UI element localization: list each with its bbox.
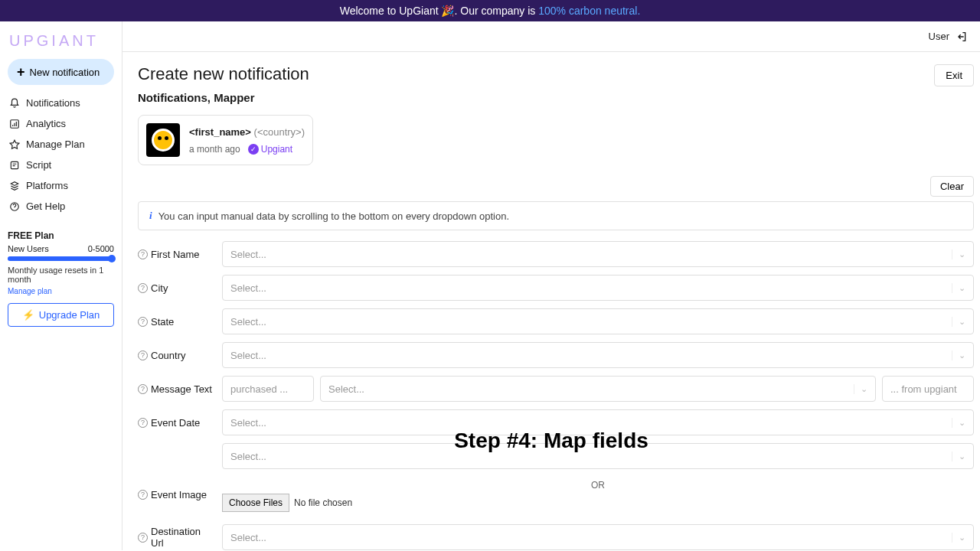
label-city: City: [151, 282, 168, 294]
main: User Create new notification Exit Notifi…: [122, 21, 980, 550]
event-image-select[interactable]: Select...⌄: [222, 443, 974, 469]
user-label[interactable]: User: [929, 31, 949, 42]
topbar: User: [122, 21, 980, 52]
avatar: [146, 123, 180, 157]
sidebar: UPGIANT + New notification Notifications…: [0, 21, 122, 550]
help-icon: ?: [138, 418, 148, 428]
page-title: Create new notification: [138, 64, 309, 84]
chevron-down-icon: ⌄: [952, 418, 965, 428]
help-icon: ?: [138, 490, 148, 500]
notification-preview: <first_name> (<country>) a month ago ✓ U…: [138, 115, 313, 165]
label-destination-url: Destination Url: [151, 526, 214, 549]
chevron-down-icon: ⌄: [854, 384, 867, 394]
top-banner: Welcome to UpGiant 🎉. Our company is 100…: [0, 0, 980, 21]
bolt-icon: ⚡: [22, 309, 34, 321]
label-country: Country: [151, 350, 186, 361]
preview-first-name: <first_name>: [189, 126, 251, 138]
new-notification-button[interactable]: + New notification: [8, 59, 114, 85]
label-event-date: Event Date: [151, 417, 200, 429]
plan-metric-range: 0-5000: [88, 244, 114, 253]
first-name-select[interactable]: Select...⌄: [222, 241, 974, 267]
sidebar-item-script[interactable]: Script: [8, 155, 114, 175]
banner-link[interactable]: 100% carbon neutral.: [538, 5, 640, 17]
page-subtitle: Notifications, Mapper: [138, 91, 974, 104]
chevron-down-icon: ⌄: [952, 533, 965, 543]
new-notification-label: New notification: [30, 67, 100, 78]
sidebar-item-notifications[interactable]: Notifications: [8, 93, 114, 113]
label-message-text: Message Text: [151, 383, 212, 395]
or-separator: OR: [222, 480, 974, 491]
clear-button[interactable]: Clear: [930, 176, 974, 197]
sidebar-item-manage-plan[interactable]: Manage Plan: [8, 134, 114, 155]
info-icon: i: [149, 210, 152, 222]
info-text: You can input manual data by scrolling t…: [158, 210, 509, 222]
event-date-select[interactable]: Select...⌄: [222, 409, 974, 435]
plan-manage-link[interactable]: Manage plan: [8, 287, 114, 295]
country-select[interactable]: Select...⌄: [222, 342, 974, 368]
destination-url-select[interactable]: Select...⌄: [222, 524, 974, 550]
plan-title: FREE Plan: [8, 230, 114, 241]
preview-time: a month ago: [189, 144, 240, 155]
help-icon: ?: [138, 317, 148, 327]
info-box: i You can input manual data by scrolling…: [138, 201, 974, 230]
choose-files-button[interactable]: Choose Files: [222, 494, 289, 512]
chevron-down-icon: ⌄: [952, 283, 965, 293]
plan-usage-bar: [8, 256, 114, 261]
label-first-name: First Name: [151, 249, 200, 260]
plan-metric-label: New Users: [8, 244, 49, 253]
plus-icon: +: [17, 65, 25, 79]
logout-icon[interactable]: [956, 31, 968, 43]
script-icon: [9, 160, 20, 171]
label-event-image: Event Image: [151, 489, 207, 500]
sidebar-item-get-help[interactable]: Get Help: [8, 196, 114, 217]
chevron-down-icon: ⌄: [952, 317, 965, 327]
star-icon: [9, 139, 20, 150]
plan-reset-note: Monthly usage resets in 1 month: [8, 266, 114, 284]
sidebar-item-platforms[interactable]: Platforms: [8, 175, 114, 196]
platforms-icon: [9, 181, 20, 191]
chevron-down-icon: ⌄: [952, 350, 965, 360]
city-select[interactable]: Select...⌄: [222, 275, 974, 301]
check-icon: ✓: [248, 144, 259, 155]
message-prefix-input[interactable]: purchased ...: [222, 376, 314, 402]
message-suffix-input[interactable]: ... from upgiant: [882, 376, 974, 402]
help-icon: ?: [138, 350, 148, 360]
help-icon: ?: [138, 249, 148, 259]
chevron-down-icon: ⌄: [952, 452, 965, 461]
exit-button[interactable]: Exit: [934, 64, 974, 86]
preview-verified: ✓ Upgiant: [248, 144, 292, 155]
banner-text: Welcome to UpGiant 🎉. Our company is: [340, 5, 539, 17]
upgrade-plan-button[interactable]: ⚡ Upgrade Plan: [8, 303, 114, 327]
help-icon: ?: [138, 384, 148, 394]
message-select[interactable]: Select...⌄: [320, 376, 876, 402]
sidebar-item-analytics[interactable]: Analytics: [8, 113, 114, 134]
bell-icon: [9, 98, 20, 109]
state-select[interactable]: Select...⌄: [222, 308, 974, 334]
preview-country: (<country>): [254, 126, 305, 138]
help-icon: ?: [138, 533, 148, 543]
help-icon: ?: [138, 283, 148, 293]
chart-icon: [9, 119, 20, 129]
plan-block: FREE Plan New Users 0-5000 Monthly usage…: [8, 230, 114, 327]
chevron-down-icon: ⌄: [952, 249, 965, 259]
file-status: No file chosen: [294, 497, 352, 508]
help-icon: [9, 201, 20, 212]
label-state: State: [151, 316, 174, 328]
logo: UPGIANT: [8, 29, 114, 59]
